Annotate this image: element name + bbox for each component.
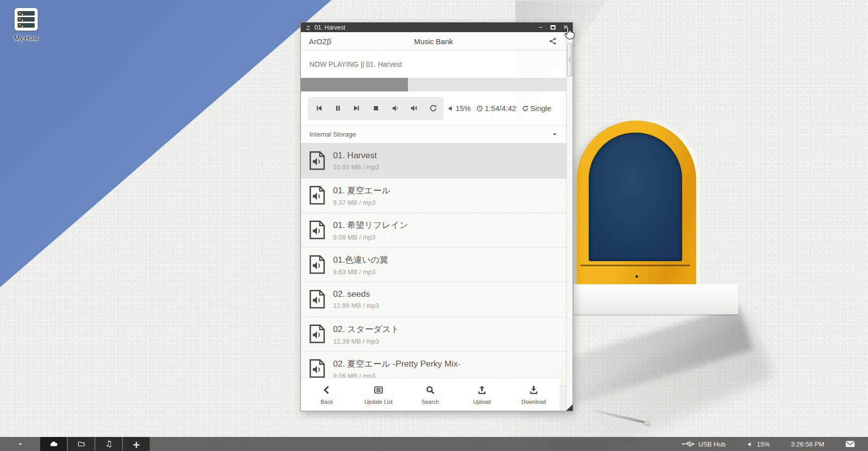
app-body: ArOZβ Music Bank NOW PLAYING || 01. Harv… xyxy=(301,32,566,411)
volume-down-icon xyxy=(391,104,399,112)
repeat-icon xyxy=(429,104,438,112)
cloud-icon xyxy=(49,440,58,448)
scrollbar-thumb[interactable] xyxy=(567,43,572,76)
close-button[interactable]: ✕ xyxy=(562,23,570,32)
folder-icon xyxy=(77,440,86,448)
taskbar-status-area: USB Hub 15% 3:26:58 PM xyxy=(682,437,868,451)
track-list-item[interactable]: 01. Harvest 10.93 MB / mp3 xyxy=(301,144,566,178)
player-controls-row: 15% 1:54/4:42 Single xyxy=(301,91,566,126)
playmode-indicator[interactable]: Single xyxy=(522,104,552,112)
track-list-item[interactable]: 01.色違いの翼 9.63 MB / mp3 xyxy=(301,248,566,282)
brand-label: ArOZβ xyxy=(309,37,331,45)
skip-next-icon xyxy=(353,104,361,112)
server-icon xyxy=(15,8,38,31)
time-value: 1:54/4:42 xyxy=(485,104,516,112)
music-player-window: ♫ 01. Harvest – ✕ ArOZβ Music Bank NOW P… xyxy=(301,23,573,411)
track-list-item[interactable]: 01. 夏空エール 9.37 MB / mp3 xyxy=(301,178,566,213)
back-button[interactable]: Back xyxy=(301,378,353,411)
seek-bar-fill xyxy=(301,78,408,91)
desktop-icon-my-host[interactable]: My Host xyxy=(8,8,44,42)
mail-icon[interactable] xyxy=(845,440,855,447)
skip-previous-button[interactable] xyxy=(309,97,328,120)
now-playing-bar: NOW PLAYING || 01. Harvest xyxy=(301,50,566,78)
track-title: 01. Harvest xyxy=(333,151,379,161)
window-scrollbar[interactable] xyxy=(566,32,573,411)
share-icon[interactable] xyxy=(549,37,557,45)
volume-down-button[interactable] xyxy=(385,97,404,120)
track-title: 02. 夏空エール -Pretty Perky Mix- xyxy=(333,358,461,370)
window-title: 01. Harvest xyxy=(314,24,532,31)
clock-label: 3:26:58 PM xyxy=(791,440,825,448)
track-list-item[interactable]: 02. スターダスト 12.39 MB / mp3 xyxy=(301,317,566,352)
volume-indicator: 15% xyxy=(447,104,471,112)
page-title: Music Bank xyxy=(414,37,453,45)
repeat-button[interactable] xyxy=(423,97,443,120)
audio-file-icon xyxy=(309,151,325,171)
pause-button[interactable] xyxy=(328,97,347,120)
list-icon xyxy=(373,385,384,395)
search-button[interactable]: Search xyxy=(404,378,456,411)
volume-value: 15% xyxy=(456,104,471,112)
upload-button[interactable]: Upload xyxy=(456,378,508,411)
audio-file-icon xyxy=(309,185,325,205)
seek-bar[interactable] xyxy=(301,78,566,91)
volume-indicator-icon xyxy=(447,105,454,112)
pause-icon xyxy=(334,104,342,112)
plus-icon: + xyxy=(132,440,141,448)
magnifier-icon xyxy=(425,385,436,395)
storage-select[interactable]: Internal Storage xyxy=(301,126,566,144)
track-list-item[interactable]: 02. seeds 12.99 MB / mp3 xyxy=(301,282,566,317)
window-titlebar[interactable]: ♫ 01. Harvest – ✕ xyxy=(301,23,573,32)
track-meta: 9.63 MB / mp3 xyxy=(333,268,388,276)
audio-file-icon xyxy=(309,324,325,344)
player-status: 15% 1:54/4:42 Single xyxy=(447,104,551,112)
desktop-icon-label: My Host xyxy=(8,34,44,42)
clock-icon xyxy=(476,105,483,112)
minimize-button[interactable]: – xyxy=(536,23,545,32)
taskbar-menu-button[interactable] xyxy=(0,437,40,451)
stop-icon xyxy=(372,104,380,112)
track-list: 01. Harvest 10.93 MB / mp3 01. 夏空エール 9.3… xyxy=(301,144,566,386)
now-playing-label: NOW PLAYING || 01. Harvest xyxy=(309,60,402,68)
taskbar: ♫ + USB Hub 15% 3:26:58 PM xyxy=(0,437,868,451)
track-title: 02. seeds xyxy=(333,289,379,299)
track-list-item[interactable]: 01. 希望リフレイン 9.09 MB / mp3 xyxy=(301,213,566,248)
photo-arched-window xyxy=(577,121,696,286)
track-meta: 9.09 MB / mp3 xyxy=(333,234,408,241)
caret-down-icon xyxy=(552,132,558,137)
speaker-icon xyxy=(746,441,753,447)
photo-window-sill xyxy=(574,284,738,314)
track-title: 01. 希望リフレイン xyxy=(333,219,408,231)
photo-window-glass xyxy=(589,133,682,261)
download-icon xyxy=(528,385,539,395)
volume-up-button[interactable] xyxy=(404,97,423,120)
clock: 3:26:58 PM xyxy=(791,440,825,448)
maximize-icon xyxy=(551,25,556,30)
update-list-button[interactable]: Update List xyxy=(353,378,404,411)
track-title: 01. 夏空エール xyxy=(333,185,390,196)
taskbar-files-button[interactable] xyxy=(68,437,94,451)
download-button[interactable]: Download xyxy=(508,378,560,411)
skip-next-button[interactable] xyxy=(347,97,366,120)
skip-previous-icon xyxy=(314,104,323,112)
volume-status: 15% xyxy=(746,440,770,448)
audio-file-icon xyxy=(309,255,325,275)
taskbar-cloud-button[interactable] xyxy=(40,437,67,451)
time-indicator: 1:54/4:42 xyxy=(476,104,516,112)
upload-icon xyxy=(477,385,487,395)
maximize-button[interactable] xyxy=(549,23,557,32)
track-title: 02. スターダスト xyxy=(333,323,399,335)
caret-down-icon xyxy=(18,441,23,447)
track-meta: 9.37 MB / mp3 xyxy=(333,199,390,206)
volume-up-icon xyxy=(410,104,418,112)
chevron-left-icon xyxy=(321,385,332,395)
audio-file-icon xyxy=(309,289,325,309)
usb-label: USB Hub xyxy=(698,440,725,448)
taskbar-add-button[interactable]: + xyxy=(123,437,150,451)
audio-file-icon xyxy=(309,220,325,240)
usb-status: USB Hub xyxy=(682,440,725,448)
stop-button[interactable] xyxy=(366,97,385,120)
playmode-value: Single xyxy=(530,104,552,112)
taskbar-music-button[interactable]: ♫ xyxy=(95,437,122,451)
window-resize-handle[interactable] xyxy=(566,404,573,411)
